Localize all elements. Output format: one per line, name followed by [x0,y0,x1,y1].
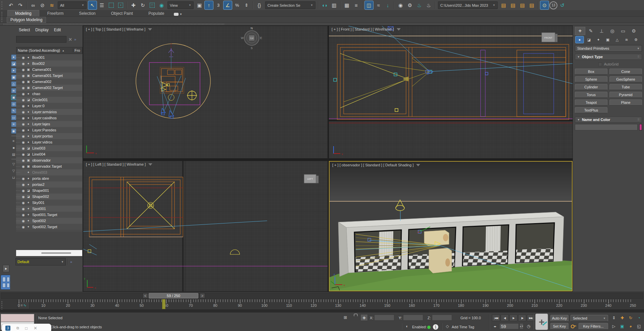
scene-object-row[interactable]: ◉◪Circle001 [16,97,82,103]
redo-icon[interactable]: ↷ [16,1,25,10]
ribbon-tab-modeling[interactable]: Modeling [7,10,39,16]
visibility-eye-icon[interactable]: ◉ [21,86,26,90]
visibility-eye-icon[interactable]: ◉ [21,225,26,229]
current-frame-field[interactable] [499,323,519,329]
overflow-chevron-icon[interactable]: » [74,37,76,41]
go-to-end-button[interactable]: ▶▶| [527,315,535,321]
visibility-eye-icon[interactable]: ◉ [21,213,26,217]
transform-gizmo-toggle-icon[interactable]: ⊞ [342,314,349,321]
filter-cameras-icon[interactable]: ▣ [11,75,16,80]
undo-icon[interactable]: ↶ [6,1,15,10]
visibility-eye-icon[interactable]: ◉ [21,74,26,78]
scene-object-row[interactable]: ◉▣Camera001 [16,67,82,73]
visibility-eye-icon[interactable]: ◉ [21,98,26,102]
select-and-move-icon[interactable]: ✚ [129,1,138,10]
shield-icon[interactable]: ◐ [403,323,411,330]
visibility-eye-icon[interactable]: ◉ [21,134,26,138]
bind-to-space-warp-icon[interactable]: ≋ [47,1,56,10]
hidden-eye-icon[interactable]: ◉ [21,171,26,174]
scene-object-row[interactable]: ◉●Layer:caixilhos [16,115,82,121]
pan-view-icon[interactable]: ✚ [618,315,626,321]
next-frame-arrow[interactable]: > [200,293,205,298]
percent-snap-toggle-icon[interactable]: % [233,1,242,10]
notification-badge[interactable]: 1 [433,324,438,330]
isolate-filter-icon[interactable] [416,164,420,166]
visibility-eye-icon[interactable]: ◉ [21,195,26,199]
visibility-eye-icon[interactable]: ◉ [21,201,26,205]
scene-object-row[interactable]: ◉▣Camera001.Target [16,73,82,79]
render-production-icon[interactable]: ♨ [424,1,433,10]
polygon-modeling-panel[interactable]: Polygon Modeling [7,17,46,23]
y-coordinate-field[interactable] [403,315,423,321]
scene-script-link-icon[interactable]: ▤ [518,1,527,10]
overflow-chevron-icon[interactable]: » [70,260,72,264]
scene-object-row[interactable]: ◉▣observador.Target [16,163,82,169]
select-and-manipulate-icon[interactable]: ↑ [204,1,213,10]
primitive-button-sphere[interactable]: Sphere [575,76,607,82]
selection-filter-dropdown[interactable]: All▼ [58,1,87,9]
keying-mode-dropdown[interactable]: Selected ▼ [571,315,608,322]
autobackup-toggle-icon[interactable]: ⊙ [540,1,549,10]
spinner-snap-toggle-icon[interactable]: ⇕ [242,1,251,10]
maximize-icon[interactable]: □ [25,326,28,331]
primitive-button-pyramid[interactable]: Pyramid [609,92,642,98]
tab-modify[interactable]: ✎ [586,27,596,35]
scene-object-row[interactable]: ◉●Layer:armários [16,109,82,115]
search-input[interactable] [16,36,66,43]
viewport-label-observador[interactable]: [ + ] [ observador ] [ Standard ] [ Defa… [332,163,420,167]
filter-bones-icon[interactable]: ✎ [11,108,16,114]
viewport-label-front[interactable]: [ + ] [ Front ] [ Standard ] [ Wireframe… [332,27,401,31]
filter-shapes-icon[interactable]: ◪ [11,61,16,67]
primitive-button-box[interactable]: Box [575,69,607,75]
reference-coordinate-system-dropdown[interactable]: View▼ [167,1,194,9]
material-swatch-icon[interactable]: ■ [11,145,16,150]
mirror-icon[interactable]: ◖◗ [320,1,329,10]
toggle-layer-explorer-icon[interactable]: ≡ [352,1,361,10]
filter-space-warps-icon[interactable]: ≋ [11,88,16,93]
visibility-eye-icon[interactable]: ◉ [21,128,26,132]
orbit-icon[interactable]: ↻ [627,315,634,321]
find-panel-icon[interactable]: ▤ [11,152,16,157]
render-setup-icon[interactable]: ⚙ [405,1,414,10]
filter-biped-icon[interactable]: ✳ [11,122,16,127]
key-filters-button[interactable]: Key Filters... [579,323,608,330]
filter-config-icon[interactable]: ▽ [11,161,16,167]
viewport-front[interactable]: FRONT x [ + ] [ Front ] [ Standard ] [ W… [329,26,573,158]
menu-select[interactable]: Select [19,28,30,34]
category-lights[interactable]: ✦ [594,36,603,43]
primitive-button-teapot[interactable]: Teapot [575,99,607,106]
ribbon-tab-object-paint[interactable]: Object Paint [104,10,140,16]
z-coordinate-field[interactable] [432,315,452,321]
filter-xrefs-icon[interactable]: ⊙ [11,101,16,107]
absolute-mode-icon[interactable]: ◈ [360,314,368,321]
scene-object-row[interactable]: ◉●Box001 [16,54,82,60]
tab-hierarchy[interactable]: ⊥ [596,27,607,35]
visibility-eye-icon[interactable]: ◉ [21,165,26,168]
visibility-eye-icon[interactable]: ◉ [21,189,26,193]
select-object-icon[interactable]: ↖ [88,1,97,10]
scene-object-row[interactable]: ◉●Layer:Paredes [16,127,82,133]
rectangular-selection-region-icon[interactable] [107,1,116,10]
scene-object-row[interactable]: ◉●Layer:vidros [16,139,82,145]
scene-object-row[interactable]: ◉◪Line003 [16,145,82,151]
scene-object-row[interactable]: ◉✦Spot001.Target [16,212,82,218]
angle-snap-toggle-icon[interactable]: ∠ [223,1,232,10]
filter-containers-icon[interactable]: ▭ [11,115,16,120]
filter-helpers-icon[interactable]: △ [11,81,16,87]
track-bar[interactable]: ≡∿ 0102030405060708090100110120130140150… [0,299,644,312]
isolate-filter-icon[interactable] [148,163,152,166]
viewport-label-left[interactable]: [ + ] [ Left ] [ Standard ] [ Wireframe … [86,162,152,166]
set-keys-button[interactable]: + [535,314,548,330]
category-systems[interactable]: ⚙ [632,36,640,43]
filter-lights-icon[interactable]: ✦ [11,68,16,73]
tab-motion[interactable]: ◎ [607,27,617,35]
autogrid-checkbox[interactable] [598,63,602,66]
select-and-rotate-icon[interactable]: ↻ [138,1,147,10]
scene-object-row[interactable]: ◉●Layer:portas [16,133,82,139]
compass-north[interactable]: N [251,27,253,30]
select-and-scale-icon[interactable]: □ [148,1,157,10]
viewport-top[interactable]: TOP N E S W x [ + ] [ Top ] [ Standard ]… [83,26,328,158]
scene-object-row[interactable]: ◉●portas2 [16,181,82,188]
category-helpers[interactable]: △ [613,36,622,43]
menu-display[interactable]: Display [35,28,48,34]
